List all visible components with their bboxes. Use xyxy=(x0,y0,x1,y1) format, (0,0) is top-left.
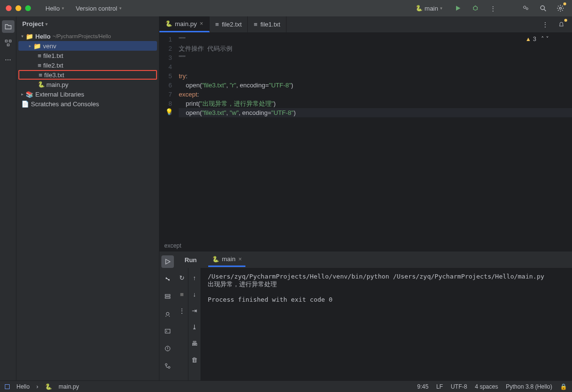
tree-label: Scratches and Consoles xyxy=(31,100,99,108)
scroll-to-end-button[interactable]: ⤓ xyxy=(189,321,200,333)
tree-root[interactable]: ▾ 📁 Hello ~/PycharmProjects/Hello xyxy=(18,31,157,41)
settings-button[interactable] xyxy=(555,2,566,14)
tab-main-py[interactable]: main.py × xyxy=(159,16,210,32)
scroll-up-button[interactable]: ↑ xyxy=(189,272,200,283)
project-menu[interactable]: Hello ▾ xyxy=(42,3,68,14)
line-separator[interactable]: LF xyxy=(436,383,443,390)
run-tab[interactable]: Run xyxy=(181,253,200,266)
tree-file-file1[interactable]: ≡ file1.txt xyxy=(18,51,157,60)
svg-point-8 xyxy=(541,6,544,10)
tab-label: main.py xyxy=(175,20,197,28)
debug-tool-button[interactable] xyxy=(161,308,174,320)
clear-button[interactable]: 🗑 xyxy=(189,354,200,365)
vcs-menu[interactable]: Version control ▾ xyxy=(72,3,126,14)
tree-folder-venv[interactable]: ▸ 📁 venv xyxy=(18,41,157,51)
tree-external-libraries[interactable]: ▸ 📚 External Libraries xyxy=(18,89,157,99)
run-config-selector[interactable]: main ▾ xyxy=(412,3,446,14)
rerun-button[interactable]: ↻ xyxy=(176,272,188,283)
project-name-label: Hello xyxy=(45,5,60,12)
status-file[interactable]: main.py xyxy=(58,383,79,390)
python-icon xyxy=(45,383,52,390)
close-icon[interactable]: × xyxy=(200,20,203,27)
vcs-tool-button[interactable] xyxy=(161,360,174,372)
sidebar-header[interactable]: Project ▾ xyxy=(16,16,159,31)
tab-file2[interactable]: ≡ file2.txt xyxy=(210,16,248,32)
svg-rect-11 xyxy=(5,40,7,42)
more-actions-button[interactable]: ⋮ xyxy=(487,2,499,14)
svg-rect-13 xyxy=(7,44,9,46)
interpreter[interactable]: Python 3.8 (Hello) xyxy=(506,383,552,390)
console-output[interactable]: /Users/zyq/PycharmProjects/Hello/venv/bi… xyxy=(201,268,572,380)
sidebar-title: Project xyxy=(22,20,43,28)
tree-file-main[interactable]: main.py xyxy=(18,80,157,89)
chevron-down-icon: ▾ xyxy=(119,6,122,11)
run-tool-button[interactable] xyxy=(161,255,174,268)
run-tab-label: Run xyxy=(185,256,197,264)
project-tool-button[interactable] xyxy=(2,20,14,33)
soft-wrap-button[interactable]: ⇥ xyxy=(189,305,200,316)
tab-options-button[interactable]: ⋮ xyxy=(539,19,551,30)
file-encoding[interactable]: UTF-8 xyxy=(451,383,467,390)
structure-tool-button[interactable] xyxy=(2,37,14,49)
search-button[interactable] xyxy=(537,2,549,14)
python-icon xyxy=(165,20,172,27)
svg-point-0 xyxy=(473,6,477,10)
tab-file1[interactable]: ≡ file1.txt xyxy=(248,16,286,32)
stop-button[interactable]: ■ xyxy=(176,288,188,300)
notifications-button[interactable] xyxy=(556,19,567,30)
scroll-down-button[interactable]: ↓ xyxy=(189,288,200,300)
debug-button[interactable] xyxy=(470,2,481,14)
svg-rect-14 xyxy=(165,294,170,296)
services-button[interactable] xyxy=(161,290,174,303)
code-with-me-button[interactable] xyxy=(520,2,531,14)
project-indicator-icon[interactable] xyxy=(5,384,10,389)
chevron-up-icon[interactable]: ˄ xyxy=(541,36,544,42)
lock-icon[interactable]: 🔒 xyxy=(560,383,567,390)
chevron-down-icon[interactable]: ˅ xyxy=(546,36,549,42)
tree-scratches[interactable]: 📄 Scratches and Consoles xyxy=(18,99,157,109)
left-tool-rail: ⋯ xyxy=(0,16,16,380)
terminal-button[interactable] xyxy=(161,325,174,337)
line-gutter: 123456789 xyxy=(159,33,179,241)
tree-label: External Libraries xyxy=(35,91,84,98)
run-button[interactable] xyxy=(452,2,464,14)
library-icon: 📚 xyxy=(26,91,33,98)
maximize-window-button[interactable] xyxy=(25,5,31,11)
window-controls xyxy=(6,5,31,11)
more-tools-button[interactable]: ⋯ xyxy=(2,53,14,66)
file-icon: ≡ xyxy=(39,71,43,79)
editor-breadcrumb[interactable]: except xyxy=(159,241,572,251)
close-window-button[interactable] xyxy=(6,5,12,11)
run-settings-button[interactable]: ⋮ xyxy=(176,305,188,316)
cursor-position[interactable]: 9:45 xyxy=(417,383,429,390)
inspections-widget[interactable]: ▲ 3 ˄ ˅ xyxy=(525,36,549,42)
print-button[interactable]: 🖶 xyxy=(189,337,200,349)
minimize-window-button[interactable] xyxy=(15,5,21,11)
svg-point-16 xyxy=(166,312,169,315)
chevron-down-icon: ▾ xyxy=(62,6,64,11)
svg-point-22 xyxy=(168,366,170,368)
tree-file-file3[interactable]: ≡ file3.txt xyxy=(18,70,157,80)
run-config-label: main xyxy=(425,5,438,12)
chevron-right-icon: ▸ xyxy=(29,43,31,48)
file-icon: ≡ xyxy=(38,52,42,59)
tree-file-file2[interactable]: ≡ file2.txt xyxy=(18,60,157,70)
status-project[interactable]: Hello xyxy=(16,383,29,390)
chevron-down-icon: ▾ xyxy=(440,6,443,11)
tab-label: file1.txt xyxy=(260,21,280,28)
problems-button[interactable] xyxy=(161,342,174,355)
svg-point-10 xyxy=(559,7,561,9)
svg-point-6 xyxy=(524,6,526,9)
file-icon: ≡ xyxy=(215,21,219,28)
indent-setting[interactable]: 4 spaces xyxy=(475,383,498,390)
project-sidebar: Project ▾ ▾ 📁 Hello ~/PycharmProjects/He… xyxy=(16,16,159,380)
code-area[interactable]: """文件操作 代码示例"""try: open("file3.txt", "r… xyxy=(179,33,572,241)
run-config-tab[interactable]: main × xyxy=(208,252,245,267)
vcs-label: Version control xyxy=(76,5,117,12)
python-console-button[interactable] xyxy=(161,273,174,285)
svg-line-9 xyxy=(544,9,546,11)
run-toolbar-vertical: ↻ ■ ⋮ xyxy=(176,268,188,380)
code-editor[interactable]: 123456789 """文件操作 代码示例"""try: open("file… xyxy=(159,33,572,241)
intention-bulb-icon[interactable]: 💡 xyxy=(165,108,173,115)
close-icon[interactable]: × xyxy=(238,256,242,263)
